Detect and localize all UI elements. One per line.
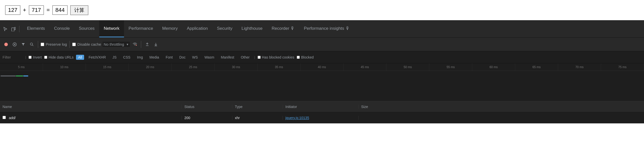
type-img-button[interactable]: Img	[135, 55, 145, 60]
tab-network[interactable]: Network	[99, 20, 124, 37]
timeline-tick: 70 ms	[558, 63, 601, 71]
blocked-input[interactable]	[297, 56, 300, 59]
timeline-tick: 5 ms	[0, 63, 43, 71]
timeline-body	[0, 71, 644, 101]
page-content: 127 + 717 = 844 计算	[0, 0, 644, 20]
timeline-tick: 45 ms	[343, 63, 386, 71]
stop-button[interactable]	[11, 41, 18, 48]
tab-elements[interactable]: Elements	[22, 20, 49, 37]
col-header-size[interactable]: Size	[359, 105, 644, 109]
filter-input[interactable]	[3, 55, 23, 59]
throttle-dropdown[interactable]: No throttling ▼	[103, 42, 130, 47]
record-button[interactable]	[3, 41, 10, 48]
preserve-log-input[interactable]	[41, 43, 44, 46]
tab-application[interactable]: Application	[182, 20, 212, 37]
filter-bar: | Invert Hide data URLs All Fetch/XHR JS…	[0, 51, 644, 63]
cursor-icon[interactable]	[2, 26, 9, 32]
tab-list: Elements Console Sources Network Perform…	[22, 20, 354, 37]
col-header-type[interactable]: Type	[232, 105, 283, 109]
toolbar-separator-3	[141, 41, 141, 48]
table-row: add/ 200 xhr jquery.js:10135	[0, 112, 644, 123]
has-blocked-cookies-input[interactable]	[258, 56, 261, 59]
disable-cache-input[interactable]	[72, 43, 76, 46]
calc-input-2[interactable]: 717	[29, 5, 44, 15]
timeline-ruler: 5 ms10 ms15 ms20 ms25 ms30 ms35 ms40 ms4…	[0, 63, 644, 71]
timeline-tick: 75 ms	[601, 63, 644, 71]
type-doc-button[interactable]: Doc	[177, 55, 188, 60]
calc-button[interactable]: 计算	[70, 5, 88, 15]
devtools-panel: Elements Console Sources Network Perform…	[0, 20, 644, 123]
calc-equals: =	[46, 7, 50, 13]
table-header: Name Status Type Initiator Size	[0, 101, 644, 112]
tab-memory[interactable]: Memory	[158, 20, 182, 37]
device-icon[interactable]	[10, 26, 17, 32]
svg-point-6	[30, 43, 33, 45]
network-timeline: 5 ms10 ms15 ms20 ms25 ms30 ms35 ms40 ms4…	[0, 63, 644, 101]
calc-plus: +	[23, 7, 26, 13]
tab-console[interactable]: Console	[49, 20, 74, 37]
row-name-cell[interactable]: add/	[0, 116, 182, 120]
type-media-button[interactable]: Media	[147, 55, 161, 60]
timeline-tick: 25 ms	[172, 63, 215, 71]
calc-input-1[interactable]: 127	[5, 5, 20, 15]
tab-lighthouse[interactable]: Lighthouse	[237, 20, 267, 37]
preserve-log-checkbox[interactable]: Preserve log	[41, 42, 67, 46]
type-manifest-button[interactable]: Manifest	[219, 55, 236, 60]
download-icon[interactable]	[152, 41, 159, 48]
hide-data-urls-input[interactable]	[44, 56, 47, 59]
row-type-cell: xhr	[232, 116, 283, 120]
col-header-status[interactable]: Status	[182, 105, 232, 109]
timeline-tick: 55 ms	[429, 63, 472, 71]
timeline-tick: 30 ms	[215, 63, 258, 71]
tab-performance-insights[interactable]: Performance insights 🎙	[299, 20, 354, 37]
timeline-tick: 65 ms	[515, 63, 558, 71]
row-status-cell: 200	[182, 116, 232, 120]
has-blocked-cookies-checkbox[interactable]: Has blocked cookies	[258, 55, 294, 59]
svg-point-8	[136, 45, 137, 46]
timeline-tick: 15 ms	[86, 63, 129, 71]
wifi-icon[interactable]	[131, 41, 138, 48]
waterfall-green-bar	[16, 75, 23, 76]
type-font-button[interactable]: Font	[164, 55, 175, 60]
tab-recorder[interactable]: Recorder 🎙	[267, 20, 300, 37]
waterfall-gray-bar	[1, 75, 16, 76]
timeline-tick: 20 ms	[129, 63, 172, 71]
tab-icon-group	[2, 26, 19, 32]
filter-separator-2: |	[254, 55, 255, 59]
type-wasm-button[interactable]: Wasm	[202, 55, 216, 60]
row-select-checkbox[interactable]	[3, 116, 6, 119]
tab-security[interactable]: Security	[212, 20, 237, 37]
filter-icon[interactable]	[20, 41, 27, 48]
filter-separator-1: |	[25, 55, 26, 59]
svg-rect-1	[14, 27, 15, 30]
type-other-button[interactable]: Other	[239, 55, 252, 60]
upload-icon[interactable]	[144, 41, 151, 48]
col-header-initiator[interactable]: Initiator	[283, 105, 359, 109]
invert-input[interactable]	[29, 56, 32, 59]
type-fetch-xhr-button[interactable]: Fetch/XHR	[87, 55, 108, 60]
toolbar-separator-1	[38, 41, 38, 48]
disable-cache-checkbox[interactable]: Disable cache	[72, 42, 101, 46]
svg-rect-0	[12, 28, 14, 31]
timeline-tick: 35 ms	[258, 63, 301, 71]
invert-checkbox[interactable]: Invert	[29, 55, 42, 59]
tab-sources[interactable]: Sources	[74, 20, 99, 37]
type-all-button[interactable]: All	[76, 55, 84, 60]
tab-performance[interactable]: Performance	[124, 20, 158, 37]
timeline-tick: 60 ms	[472, 63, 515, 71]
waterfall-bars	[0, 73, 644, 78]
search-icon[interactable]	[28, 41, 35, 48]
tab-bar: Elements Console Sources Network Perform…	[0, 20, 644, 38]
waterfall-blue-bar	[23, 75, 28, 76]
row-initiator-cell[interactable]: jquery.js:10135	[283, 116, 359, 120]
timeline-tick: 40 ms	[301, 63, 343, 71]
blocked-checkbox[interactable]: Blocked	[297, 55, 314, 59]
chevron-down-icon: ▼	[126, 43, 129, 46]
hide-data-urls-checkbox[interactable]: Hide data URLs	[44, 55, 73, 59]
type-js-button[interactable]: JS	[110, 55, 118, 60]
type-ws-button[interactable]: WS	[190, 55, 200, 60]
svg-line-7	[32, 45, 33, 46]
calc-result: 844	[52, 5, 68, 15]
type-css-button[interactable]: CSS	[121, 55, 133, 60]
col-header-name[interactable]: Name	[0, 105, 182, 109]
